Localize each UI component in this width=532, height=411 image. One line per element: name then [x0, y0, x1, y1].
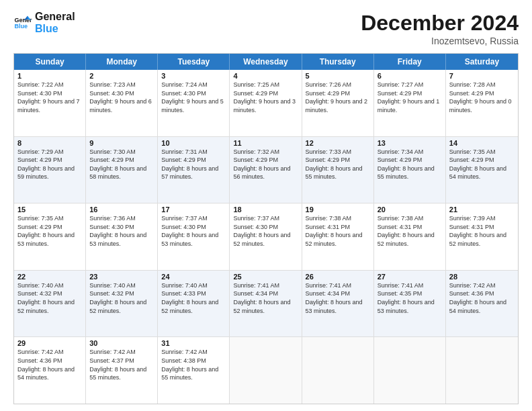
day-11: 11 Sunrise: 7:32 AM Sunset: 4:29 PM Dayl…	[230, 137, 302, 203]
empty-cell-3	[374, 337, 446, 404]
header-thursday: Thursday	[302, 54, 374, 70]
day-14: 14 Sunrise: 7:35 AM Sunset: 4:29 PM Dayl…	[446, 137, 518, 203]
calendar-header: Sunday Monday Tuesday Wednesday Thursday…	[14, 54, 518, 70]
calendar-body: 1 Sunrise: 7:22 AM Sunset: 4:30 PM Dayli…	[14, 70, 518, 404]
day-19: 19 Sunrise: 7:38 AM Sunset: 4:31 PM Dayl…	[302, 203, 374, 270]
day-1: 1 Sunrise: 7:22 AM Sunset: 4:30 PM Dayli…	[14, 70, 86, 136]
page: General Blue General Blue December 2024 …	[0, 0, 532, 411]
day-27: 27 Sunrise: 7:41 AM Sunset: 4:35 PM Dayl…	[374, 271, 446, 337]
day-28: 28 Sunrise: 7:42 AM Sunset: 4:36 PM Dayl…	[446, 271, 518, 337]
month-title: December 2024	[361, 11, 519, 36]
calendar-week-5: 29 Sunrise: 7:42 AM Sunset: 4:36 PM Dayl…	[14, 337, 518, 404]
day-24: 24 Sunrise: 7:40 AM Sunset: 4:33 PM Dayl…	[158, 271, 230, 337]
svg-text:General: General	[14, 16, 32, 23]
day-16: 16 Sunrise: 7:36 AM Sunset: 4:30 PM Dayl…	[86, 203, 158, 270]
header-wednesday: Wednesday	[230, 54, 302, 70]
day-9: 9 Sunrise: 7:30 AM Sunset: 4:29 PM Dayli…	[86, 137, 158, 203]
day-21: 21 Sunrise: 7:39 AM Sunset: 4:31 PM Dayl…	[446, 203, 518, 270]
day-8: 8 Sunrise: 7:29 AM Sunset: 4:29 PM Dayli…	[14, 137, 86, 203]
day-30: 30 Sunrise: 7:42 AM Sunset: 4:37 PM Dayl…	[86, 337, 158, 404]
header-friday: Friday	[374, 54, 446, 70]
day-25: 25 Sunrise: 7:41 AM Sunset: 4:34 PM Dayl…	[230, 271, 302, 337]
day-4: 4 Sunrise: 7:25 AM Sunset: 4:29 PM Dayli…	[230, 70, 302, 136]
day-26: 26 Sunrise: 7:41 AM Sunset: 4:34 PM Dayl…	[302, 271, 374, 337]
empty-cell-4	[446, 337, 518, 404]
header-sunday: Sunday	[14, 54, 86, 70]
logo-blue: Blue	[35, 23, 75, 35]
day-29: 29 Sunrise: 7:42 AM Sunset: 4:36 PM Dayl…	[14, 337, 86, 404]
header: General Blue General Blue December 2024 …	[13, 11, 519, 46]
calendar-week-3: 15 Sunrise: 7:35 AM Sunset: 4:29 PM Dayl…	[14, 203, 518, 271]
calendar-week-2: 8 Sunrise: 7:29 AM Sunset: 4:29 PM Dayli…	[14, 137, 518, 204]
location-subtitle: Inozemtsevo, Russia	[361, 36, 519, 46]
empty-cell-2	[302, 337, 374, 404]
empty-cell-1	[230, 337, 302, 404]
title-block: December 2024 Inozemtsevo, Russia	[361, 11, 519, 46]
calendar: Sunday Monday Tuesday Wednesday Thursday…	[13, 53, 519, 404]
logo-icon: General Blue	[13, 13, 32, 32]
day-7: 7 Sunrise: 7:28 AM Sunset: 4:29 PM Dayli…	[446, 70, 518, 136]
calendar-week-1: 1 Sunrise: 7:22 AM Sunset: 4:30 PM Dayli…	[14, 70, 518, 137]
day-17: 17 Sunrise: 7:37 AM Sunset: 4:30 PM Dayl…	[158, 203, 230, 270]
day-15: 15 Sunrise: 7:35 AM Sunset: 4:29 PM Dayl…	[14, 203, 86, 270]
day-3: 3 Sunrise: 7:24 AM Sunset: 4:30 PM Dayli…	[158, 70, 230, 136]
day-6: 6 Sunrise: 7:27 AM Sunset: 4:29 PM Dayli…	[374, 70, 446, 136]
day-31: 31 Sunrise: 7:42 AM Sunset: 4:38 PM Dayl…	[158, 337, 230, 404]
logo: General Blue General Blue	[13, 11, 75, 34]
header-saturday: Saturday	[446, 54, 518, 70]
day-12: 12 Sunrise: 7:33 AM Sunset: 4:29 PM Dayl…	[302, 137, 374, 203]
day-5: 5 Sunrise: 7:26 AM Sunset: 4:29 PM Dayli…	[302, 70, 374, 136]
day-18: 18 Sunrise: 7:37 AM Sunset: 4:30 PM Dayl…	[230, 203, 302, 270]
day-20: 20 Sunrise: 7:38 AM Sunset: 4:31 PM Dayl…	[374, 203, 446, 270]
day-22: 22 Sunrise: 7:40 AM Sunset: 4:32 PM Dayl…	[14, 271, 86, 337]
day-13: 13 Sunrise: 7:34 AM Sunset: 4:29 PM Dayl…	[374, 137, 446, 203]
svg-text:Blue: Blue	[14, 23, 28, 30]
day-23: 23 Sunrise: 7:40 AM Sunset: 4:32 PM Dayl…	[86, 271, 158, 337]
calendar-week-4: 22 Sunrise: 7:40 AM Sunset: 4:32 PM Dayl…	[14, 271, 518, 338]
day-2: 2 Sunrise: 7:23 AM Sunset: 4:30 PM Dayli…	[86, 70, 158, 136]
header-tuesday: Tuesday	[158, 54, 230, 70]
day-10: 10 Sunrise: 7:31 AM Sunset: 4:29 PM Dayl…	[158, 137, 230, 203]
logo-general: General	[35, 11, 75, 23]
header-monday: Monday	[86, 54, 158, 70]
